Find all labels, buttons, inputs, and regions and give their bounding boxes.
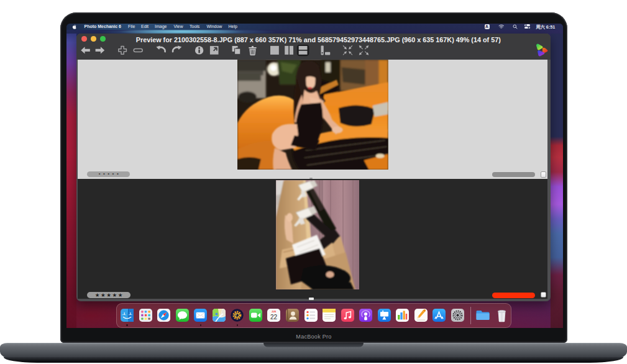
- svg-text:22: 22: [270, 314, 278, 321]
- svg-text:JUN: JUN: [272, 310, 277, 312]
